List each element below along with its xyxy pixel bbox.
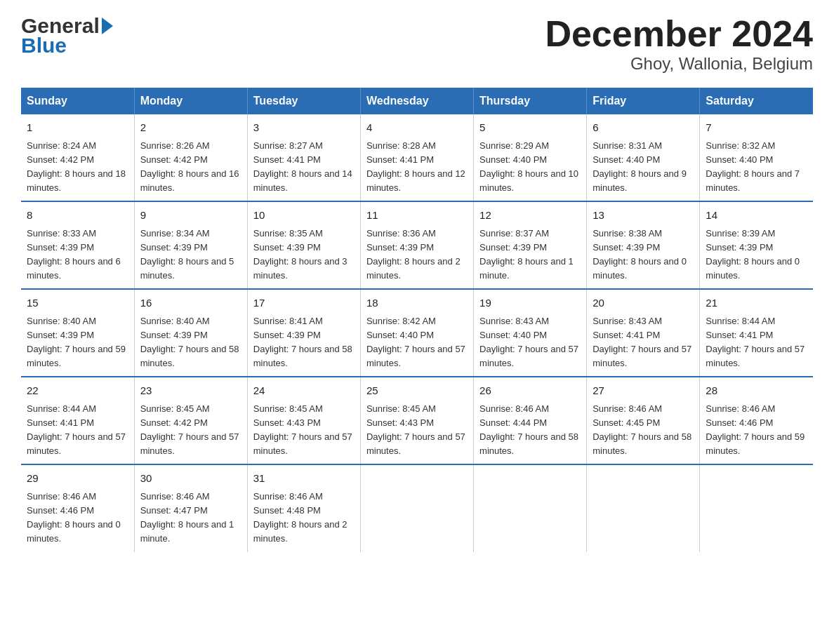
day-number: 2 — [140, 120, 241, 136]
calendar-cell: 20Sunrise: 8:43 AMSunset: 4:41 PMDayligh… — [587, 289, 700, 377]
day-info: Sunrise: 8:39 AMSunset: 4:39 PMDaylight:… — [706, 227, 807, 283]
calendar-cell: 10Sunrise: 8:35 AMSunset: 4:39 PMDayligh… — [247, 201, 360, 289]
calendar-cell: 11Sunrise: 8:36 AMSunset: 4:39 PMDayligh… — [360, 201, 473, 289]
calendar-cell: 22Sunrise: 8:44 AMSunset: 4:41 PMDayligh… — [21, 377, 134, 464]
day-info: Sunrise: 8:34 AMSunset: 4:39 PMDaylight:… — [140, 227, 241, 283]
calendar-cell: 7Sunrise: 8:32 AMSunset: 4:40 PMDaylight… — [700, 114, 813, 201]
calendar-cell: 14Sunrise: 8:39 AMSunset: 4:39 PMDayligh… — [700, 201, 813, 289]
day-info: Sunrise: 8:28 AMSunset: 4:41 PMDaylight:… — [366, 139, 468, 196]
day-number: 16 — [140, 295, 241, 311]
day-info: Sunrise: 8:46 AMSunset: 4:48 PMDaylight:… — [253, 490, 355, 546]
day-info: Sunrise: 8:43 AMSunset: 4:40 PMDaylight:… — [479, 314, 581, 371]
day-info: Sunrise: 8:43 AMSunset: 4:41 PMDaylight:… — [593, 314, 694, 371]
calendar-cell: 19Sunrise: 8:43 AMSunset: 4:40 PMDayligh… — [474, 289, 587, 377]
calendar-cell — [587, 464, 700, 551]
logo-arrow-icon — [102, 18, 113, 34]
day-info: Sunrise: 8:37 AMSunset: 4:39 PMDaylight:… — [479, 227, 581, 283]
day-number: 31 — [253, 471, 355, 487]
page-title: December 2024 — [545, 14, 813, 54]
day-number: 14 — [706, 208, 807, 224]
day-info: Sunrise: 8:45 AMSunset: 4:43 PMDaylight:… — [366, 402, 468, 459]
day-info: Sunrise: 8:32 AMSunset: 4:40 PMDaylight:… — [706, 139, 807, 196]
day-number: 3 — [253, 120, 355, 136]
day-number: 21 — [706, 295, 807, 311]
day-number: 26 — [479, 383, 581, 399]
calendar-cell: 5Sunrise: 8:29 AMSunset: 4:40 PMDaylight… — [474, 114, 587, 201]
column-header-tuesday: Tuesday — [247, 88, 360, 114]
day-info: Sunrise: 8:45 AMSunset: 4:42 PMDaylight:… — [140, 402, 241, 459]
logo: General Blue — [21, 14, 113, 58]
calendar-cell: 21Sunrise: 8:44 AMSunset: 4:41 PMDayligh… — [700, 289, 813, 377]
calendar-cell: 23Sunrise: 8:45 AMSunset: 4:42 PMDayligh… — [134, 377, 247, 464]
day-info: Sunrise: 8:42 AMSunset: 4:40 PMDaylight:… — [366, 314, 468, 371]
column-header-monday: Monday — [134, 88, 247, 114]
day-info: Sunrise: 8:44 AMSunset: 4:41 PMDaylight:… — [27, 402, 128, 459]
day-number: 22 — [27, 383, 128, 399]
calendar-week-row: 15Sunrise: 8:40 AMSunset: 4:39 PMDayligh… — [21, 289, 813, 377]
day-number: 27 — [593, 383, 694, 399]
calendar-cell: 8Sunrise: 8:33 AMSunset: 4:39 PMDaylight… — [21, 201, 134, 289]
day-number: 17 — [253, 295, 355, 311]
day-number: 9 — [140, 208, 241, 224]
calendar-header-row: SundayMondayTuesdayWednesdayThursdayFrid… — [21, 88, 813, 114]
calendar-cell — [700, 464, 813, 551]
day-number: 11 — [366, 208, 468, 224]
day-number: 5 — [479, 120, 581, 136]
day-number: 28 — [706, 383, 807, 399]
calendar-table: SundayMondayTuesdayWednesdayThursdayFrid… — [21, 88, 813, 551]
day-info: Sunrise: 8:44 AMSunset: 4:41 PMDaylight:… — [706, 314, 807, 371]
page-subtitle: Ghoy, Wallonia, Belgium — [545, 54, 813, 74]
calendar-week-row: 8Sunrise: 8:33 AMSunset: 4:39 PMDaylight… — [21, 201, 813, 289]
day-info: Sunrise: 8:46 AMSunset: 4:45 PMDaylight:… — [593, 402, 694, 459]
column-header-friday: Friday — [587, 88, 700, 114]
calendar-week-row: 22Sunrise: 8:44 AMSunset: 4:41 PMDayligh… — [21, 377, 813, 464]
calendar-cell: 28Sunrise: 8:46 AMSunset: 4:46 PMDayligh… — [700, 377, 813, 464]
calendar-cell: 24Sunrise: 8:45 AMSunset: 4:43 PMDayligh… — [247, 377, 360, 464]
calendar-cell: 6Sunrise: 8:31 AMSunset: 4:40 PMDaylight… — [587, 114, 700, 201]
day-info: Sunrise: 8:41 AMSunset: 4:39 PMDaylight:… — [253, 314, 355, 371]
calendar-cell: 16Sunrise: 8:40 AMSunset: 4:39 PMDayligh… — [134, 289, 247, 377]
day-info: Sunrise: 8:29 AMSunset: 4:40 PMDaylight:… — [479, 139, 581, 196]
day-info: Sunrise: 8:46 AMSunset: 4:47 PMDaylight:… — [140, 490, 241, 546]
calendar-cell: 3Sunrise: 8:27 AMSunset: 4:41 PMDaylight… — [247, 114, 360, 201]
day-number: 20 — [593, 295, 694, 311]
calendar-cell: 18Sunrise: 8:42 AMSunset: 4:40 PMDayligh… — [360, 289, 473, 377]
day-info: Sunrise: 8:31 AMSunset: 4:40 PMDaylight:… — [593, 139, 694, 196]
calendar-cell: 31Sunrise: 8:46 AMSunset: 4:48 PMDayligh… — [247, 464, 360, 551]
column-header-sunday: Sunday — [21, 88, 134, 114]
calendar-cell: 2Sunrise: 8:26 AMSunset: 4:42 PMDaylight… — [134, 114, 247, 201]
calendar-cell: 17Sunrise: 8:41 AMSunset: 4:39 PMDayligh… — [247, 289, 360, 377]
title-block: December 2024 Ghoy, Wallonia, Belgium — [545, 14, 813, 74]
page-header: General Blue December 2024 Ghoy, Walloni… — [21, 14, 813, 74]
calendar-cell: 4Sunrise: 8:28 AMSunset: 4:41 PMDaylight… — [360, 114, 473, 201]
day-number: 12 — [479, 208, 581, 224]
calendar-cell: 26Sunrise: 8:46 AMSunset: 4:44 PMDayligh… — [474, 377, 587, 464]
day-number: 25 — [366, 383, 468, 399]
day-info: Sunrise: 8:38 AMSunset: 4:39 PMDaylight:… — [593, 227, 694, 283]
calendar-week-row: 1Sunrise: 8:24 AMSunset: 4:42 PMDaylight… — [21, 114, 813, 201]
day-number: 15 — [27, 295, 128, 311]
day-number: 7 — [706, 120, 807, 136]
day-number: 23 — [140, 383, 241, 399]
day-number: 1 — [27, 120, 128, 136]
day-number: 18 — [366, 295, 468, 311]
calendar-cell: 25Sunrise: 8:45 AMSunset: 4:43 PMDayligh… — [360, 377, 473, 464]
column-header-wednesday: Wednesday — [360, 88, 473, 114]
day-number: 4 — [366, 120, 468, 136]
day-number: 19 — [479, 295, 581, 311]
calendar-cell — [474, 464, 587, 551]
column-header-saturday: Saturday — [700, 88, 813, 114]
calendar-cell: 15Sunrise: 8:40 AMSunset: 4:39 PMDayligh… — [21, 289, 134, 377]
calendar-cell: 13Sunrise: 8:38 AMSunset: 4:39 PMDayligh… — [587, 201, 700, 289]
day-number: 29 — [27, 471, 128, 487]
day-info: Sunrise: 8:36 AMSunset: 4:39 PMDaylight:… — [366, 227, 468, 283]
day-info: Sunrise: 8:45 AMSunset: 4:43 PMDaylight:… — [253, 402, 355, 459]
day-info: Sunrise: 8:27 AMSunset: 4:41 PMDaylight:… — [253, 139, 355, 196]
day-number: 10 — [253, 208, 355, 224]
day-number: 13 — [593, 208, 694, 224]
calendar-week-row: 29Sunrise: 8:46 AMSunset: 4:46 PMDayligh… — [21, 464, 813, 551]
calendar-cell — [360, 464, 473, 551]
day-info: Sunrise: 8:26 AMSunset: 4:42 PMDaylight:… — [140, 139, 241, 196]
calendar-cell: 12Sunrise: 8:37 AMSunset: 4:39 PMDayligh… — [474, 201, 587, 289]
day-info: Sunrise: 8:40 AMSunset: 4:39 PMDaylight:… — [27, 314, 128, 371]
